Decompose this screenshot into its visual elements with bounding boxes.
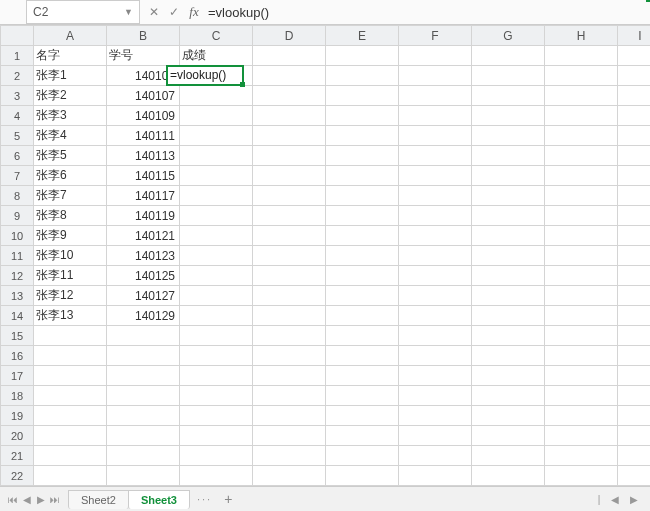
cell[interactable] [472, 306, 545, 326]
cell[interactable] [253, 446, 326, 466]
cell[interactable] [545, 426, 618, 446]
cell[interactable]: 张李12 [34, 286, 107, 306]
row-header[interactable]: 22 [1, 466, 34, 486]
cell[interactable] [618, 226, 651, 246]
cell[interactable] [545, 126, 618, 146]
cell[interactable] [326, 166, 399, 186]
cell[interactable] [34, 346, 107, 366]
row-header[interactable]: 21 [1, 446, 34, 466]
cell[interactable] [34, 386, 107, 406]
cell[interactable] [399, 206, 472, 226]
cell[interactable] [545, 206, 618, 226]
cell[interactable] [326, 286, 399, 306]
cell[interactable] [472, 106, 545, 126]
cell[interactable] [545, 266, 618, 286]
cell[interactable] [618, 366, 651, 386]
cell[interactable] [399, 186, 472, 206]
cell[interactable] [618, 406, 651, 426]
row-header[interactable]: 19 [1, 406, 34, 426]
cell[interactable]: 140125 [107, 266, 180, 286]
cell[interactable]: 140121 [107, 226, 180, 246]
row-header[interactable]: 14 [1, 306, 34, 326]
more-sheets-icon[interactable]: ··· [197, 493, 212, 505]
cell[interactable] [399, 46, 472, 66]
cell[interactable] [618, 286, 651, 306]
cell[interactable] [253, 266, 326, 286]
cell[interactable] [618, 206, 651, 226]
cell[interactable] [253, 286, 326, 306]
cell[interactable]: 名字 [34, 46, 107, 66]
cell[interactable] [253, 186, 326, 206]
cell[interactable] [545, 166, 618, 186]
cell[interactable] [180, 326, 253, 346]
last-sheet-icon[interactable]: ⏭ [48, 494, 62, 505]
cell[interactable] [472, 126, 545, 146]
cell[interactable] [253, 306, 326, 326]
cell[interactable]: 学号 [107, 46, 180, 66]
cell[interactable] [545, 326, 618, 346]
cell[interactable] [545, 46, 618, 66]
cell[interactable]: 张李4 [34, 126, 107, 146]
cell[interactable] [399, 146, 472, 166]
cell[interactable] [545, 386, 618, 406]
cell[interactable] [34, 426, 107, 446]
cell[interactable]: 张李2 [34, 86, 107, 106]
cell[interactable] [472, 446, 545, 466]
cell[interactable] [472, 146, 545, 166]
cell[interactable] [618, 166, 651, 186]
cell[interactable] [472, 186, 545, 206]
cell[interactable]: 张李9 [34, 226, 107, 246]
cell[interactable] [34, 326, 107, 346]
cell[interactable] [472, 46, 545, 66]
cell[interactable]: 张李5 [34, 146, 107, 166]
cell[interactable] [180, 346, 253, 366]
cell[interactable] [472, 226, 545, 246]
cell[interactable] [472, 426, 545, 446]
col-header-D[interactable]: D [253, 26, 326, 46]
spreadsheet-grid[interactable]: A B C D E F G H I 1名字学号成绩2张李11401053张李21… [0, 25, 650, 487]
select-all-corner[interactable] [1, 26, 34, 46]
cell[interactable] [253, 366, 326, 386]
cell[interactable] [618, 66, 651, 86]
col-header-A[interactable]: A [34, 26, 107, 46]
cell[interactable] [253, 346, 326, 366]
cell[interactable]: 140123 [107, 246, 180, 266]
row-header[interactable]: 20 [1, 426, 34, 446]
col-header-I[interactable]: I [618, 26, 651, 46]
cell[interactable] [253, 226, 326, 246]
row-header[interactable]: 13 [1, 286, 34, 306]
name-box[interactable]: C2 ▼ [26, 0, 140, 24]
cell[interactable] [399, 446, 472, 466]
cell[interactable]: 张李13 [34, 306, 107, 326]
prev-sheet-icon[interactable]: ◀ [20, 494, 34, 505]
cell[interactable] [472, 286, 545, 306]
cell[interactable] [472, 86, 545, 106]
row-header[interactable]: 7 [1, 166, 34, 186]
cell[interactable]: 张李3 [34, 106, 107, 126]
cell[interactable] [253, 126, 326, 146]
cell[interactable] [107, 326, 180, 346]
cell[interactable] [618, 386, 651, 406]
cell[interactable] [472, 246, 545, 266]
row-header[interactable]: 4 [1, 106, 34, 126]
cell[interactable] [472, 466, 545, 486]
accept-icon[interactable]: ✓ [164, 5, 184, 19]
cell[interactable] [180, 266, 253, 286]
cell[interactable]: 140127 [107, 286, 180, 306]
cell[interactable] [618, 86, 651, 106]
cell[interactable] [618, 146, 651, 166]
cell[interactable]: 张李7 [34, 186, 107, 206]
cell[interactable] [545, 106, 618, 126]
cancel-icon[interactable]: ✕ [144, 5, 164, 19]
cell[interactable]: 140113 [107, 146, 180, 166]
cell[interactable] [618, 46, 651, 66]
cell[interactable] [326, 466, 399, 486]
chevron-down-icon[interactable]: ▼ [124, 7, 133, 17]
row-header[interactable]: 9 [1, 206, 34, 226]
cell[interactable] [399, 286, 472, 306]
cell[interactable] [253, 426, 326, 446]
cell[interactable] [399, 66, 472, 86]
cell[interactable] [399, 126, 472, 146]
cell[interactable] [472, 166, 545, 186]
cell[interactable] [618, 446, 651, 466]
